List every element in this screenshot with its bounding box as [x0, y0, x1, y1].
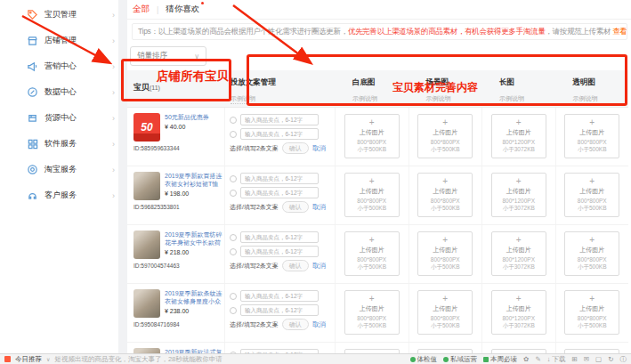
bottom-bar-title[interactable]: 今日推荐: [15, 355, 42, 364]
sidebar: 宝贝管理 › 店铺管理 › 营销中心 › 数据中心 › 货源中心 › 软件服务 …: [25, 0, 118, 353]
upload-scene-image[interactable]: + 上传图片 800*800PX 小于500KB: [417, 290, 473, 335]
product-name-link[interactable]: 50元新品优惠券: [165, 113, 209, 121]
cancel-button[interactable]: 取消: [312, 203, 326, 212]
example-link[interactable]: 示例说明: [499, 94, 524, 104]
copy-checkbox[interactable]: [230, 248, 237, 255]
product-image: [133, 289, 160, 318]
product-price: ¥ 238.00: [165, 308, 224, 314]
sidebar-item-item-manage[interactable]: 宝贝管理 ›: [25, 2, 118, 28]
view-details-link[interactable]: 查看详情>: [612, 27, 627, 37]
sidebar-item-data-center[interactable]: 数据中心 ›: [25, 79, 118, 105]
upload-scene-image[interactable]: + 上传图片 800*800PX 小于500KB: [417, 231, 473, 276]
sidebar-item-software-service[interactable]: 软件服务 ›: [25, 131, 118, 157]
plus-icon: +: [369, 295, 375, 303]
headset-icon: [27, 190, 38, 201]
window-icon[interactable]: ▢: [595, 355, 602, 363]
mail-icon[interactable]: ✉: [584, 355, 589, 363]
sidebar-item-taobao-service[interactable]: 淘宝服务 ›: [25, 157, 118, 182]
sidebar-item-label: 淘宝服务: [44, 164, 77, 175]
refresh-icon[interactable]: ↻: [608, 355, 613, 363]
plus-icon: +: [369, 236, 375, 245]
copy-column-header: 投放文案管理: [231, 77, 335, 88]
upload-transparent-image[interactable]: + 上传图片 800*800PX 小于500KB: [564, 173, 619, 217]
copy-checkbox[interactable]: [230, 175, 237, 182]
plus-icon: +: [516, 236, 522, 245]
upload-white-bg-image[interactable]: + 上传图片 800*800PX 小于500KB: [344, 114, 400, 158]
flower-icon[interactable]: ✿: [523, 355, 529, 363]
upload-transparent-image[interactable]: + 上传图片 800*800PX 小于500KB: [564, 114, 619, 158]
confirm-button[interactable]: 确认: [282, 201, 309, 213]
copy-checkbox[interactable]: [230, 190, 237, 197]
example-link[interactable]: 示例说明: [352, 94, 377, 104]
upload-scene-image[interactable]: + 上传图片 800*800PX 小于500KB: [417, 173, 473, 217]
selling-point-input[interactable]: [240, 187, 319, 198]
weekly-read-badge[interactable]: 本周必读: [483, 355, 517, 364]
confirm-button[interactable]: 确认: [282, 142, 309, 154]
upload-long-image[interactable]: + 上传图片 800*1200PX 小于3072KB: [491, 114, 546, 158]
sidebar-item-customer-service[interactable]: 客户服务 ›: [25, 182, 118, 208]
upload-size-limit: 小于3072KB: [503, 263, 535, 271]
tab-guess-you-like[interactable]: 猜你喜欢: [166, 4, 199, 15]
copy-checkbox[interactable]: [230, 234, 237, 241]
product-name-link[interactable]: 2019夏季新款雪纺碎花半身裙女中长款荷叶边: [165, 231, 224, 247]
sidebar-item-supply-center[interactable]: 货源中心 ›: [25, 105, 118, 131]
upload-long-image[interactable]: + 上传图片 800*1200PX 小于3072KB: [491, 290, 546, 335]
upload-scene-image[interactable]: + 上传图片 800*800PX 小于500KB: [417, 114, 473, 158]
upload-label: 上传图片: [433, 128, 457, 137]
private-traffic-badge[interactable]: 私域运营: [443, 355, 477, 364]
table-body: 50 50元新品优惠券 ¥ 40.00 ID:585959633344 选择/填…: [127, 108, 628, 353]
selling-point-input[interactable]: [240, 304, 319, 316]
product-name-link[interactable]: 2019夏季新款条纹连衣裙女修身显瘦小众网红: [165, 289, 224, 305]
table-row: 50 50元新品优惠券 ¥ 40.00 ID:585959633344 选择/填…: [127, 108, 628, 166]
copy-checkbox[interactable]: [230, 131, 237, 138]
product-name-link[interactable]: 2019夏季新款百搭连衣裙女衬衫短裙T恤中长款: [165, 172, 224, 188]
upload-transparent-image[interactable]: + 上传图片 800*800PX 小于500KB: [564, 231, 619, 276]
grid-icon[interactable]: ⊞: [572, 355, 578, 363]
sidebar-item-shop-manage[interactable]: 店铺管理 ›: [25, 28, 118, 53]
cancel-button[interactable]: 取消: [312, 320, 326, 329]
upload-white-bg-image[interactable]: + 上传图片 800*800PX 小于500KB: [344, 290, 400, 335]
product-count: (11): [150, 85, 160, 91]
sidebar-item-marketing[interactable]: 营销中心 ›: [25, 53, 118, 79]
upload-white-bg-image[interactable]: + 上传图片 800*800PX 小于500KB: [344, 173, 400, 217]
selling-point-input[interactable]: [240, 114, 319, 125]
copy-checkbox[interactable]: [230, 117, 237, 124]
example-link[interactable]: 示例说明: [573, 94, 598, 104]
tab-bar: 全部 | 猜你喜欢: [127, 0, 631, 20]
confirm-button[interactable]: 确认: [282, 260, 309, 271]
product-id: ID:585959633344: [133, 145, 224, 151]
selling-point-input[interactable]: [240, 231, 319, 243]
upload-long-image[interactable]: + 上传图片 800*1200PX 小于3072KB: [491, 231, 546, 276]
upload-size-limit: 小于500KB: [357, 322, 386, 329]
edit-icon[interactable]: ✎: [535, 355, 540, 363]
upload-long-image[interactable]: + 上传图片 800*1200PX 小于3072KB: [491, 173, 546, 217]
main-content: 全部 | 猜你喜欢 Tips：以上渠道场景的商品会根据用户个性化需求进行圈选更新…: [127, 0, 631, 353]
upload-size-limit: 小于500KB: [357, 205, 386, 212]
copy-checkbox[interactable]: [230, 307, 237, 314]
health-score-badge[interactable]: 体检值: [410, 355, 438, 364]
sort-select[interactable]: 销量排序 ∨: [130, 46, 206, 66]
selling-point-input[interactable]: [240, 290, 319, 302]
confirm-button[interactable]: 确认: [282, 319, 309, 330]
megaphone-icon: [27, 61, 38, 72]
copy-checkbox[interactable]: [230, 293, 237, 300]
selling-point-input[interactable]: [240, 128, 319, 140]
download-button[interactable]: ↓ 下载: [547, 355, 566, 364]
example-link[interactable]: 示例说明: [426, 94, 451, 104]
sidebar-item-label: 数据中心: [44, 86, 77, 98]
example-link[interactable]: 示例说明: [231, 94, 255, 104]
chevron-right-icon: ›: [112, 191, 117, 200]
selling-point-input[interactable]: [240, 173, 319, 184]
upload-dimensions: 800*1200PX: [502, 256, 535, 263]
cancel-button[interactable]: 取消: [312, 144, 326, 153]
notification-dot: [201, 2, 204, 4]
upload-transparent-image[interactable]: + 上传图片 800*800PX 小于500KB: [564, 290, 619, 335]
selling-point-input[interactable]: [240, 246, 319, 257]
upload-dimensions: 800*800PX: [357, 198, 386, 205]
info-icon[interactable]: ⓘ: [620, 355, 627, 364]
cancel-button[interactable]: 取消: [312, 262, 326, 271]
tips-banner: Tips：以上渠道场景的商品会根据用户个性化需求进行圈选更新，优先完善以上渠道场…: [132, 23, 627, 40]
tab-all[interactable]: 全部: [133, 4, 150, 15]
product-image: 50: [133, 113, 160, 142]
upload-white-bg-image[interactable]: + 上传图片 800*800PX 小于500KB: [344, 231, 400, 276]
